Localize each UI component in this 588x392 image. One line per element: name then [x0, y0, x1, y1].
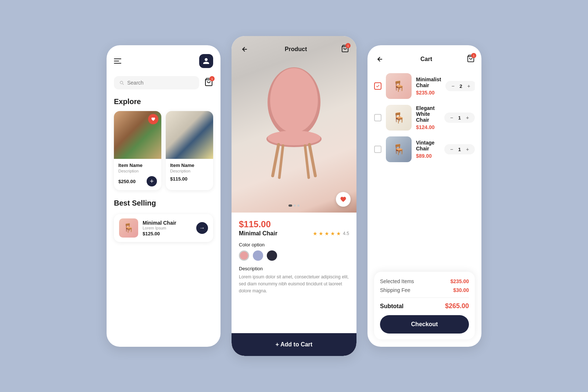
best-selling-sub: Lorem Ipsum [143, 226, 192, 230]
star-4: ★ [330, 231, 335, 236]
home-header [114, 54, 213, 68]
svg-line-8 [279, 146, 283, 178]
cart-item-name-3: Vintage Chair [416, 140, 440, 152]
product-info-1: Item Name Description $250.00 + [114, 159, 161, 190]
star-2: ★ [319, 231, 323, 236]
cart-summary: Selected Items $235.00 Shipping Fee $30.… [374, 272, 475, 339]
summary-divider [380, 297, 469, 298]
cart-item-details-2: Elegant White Chair $124.00 [416, 105, 440, 130]
best-selling-title: Best Selling [114, 199, 213, 207]
rating-number: 4.5 [343, 231, 349, 236]
product-image-2 [166, 111, 213, 159]
product-cart-button[interactable]: 1 [341, 44, 349, 54]
qty-decrease-3[interactable]: − [448, 146, 455, 153]
color-option-label: Color option [239, 242, 349, 247]
product-header: Product 1 [239, 43, 349, 55]
shipping-fee-value: $30.00 [453, 287, 469, 293]
cart-checkbox-2[interactable] [374, 114, 381, 121]
cart-item-3: 🪑 Vintage Chair $89.00 − 1 + [374, 136, 475, 162]
svg-point-5 [268, 131, 320, 145]
selected-items-value: $235.00 [450, 278, 469, 284]
product-desc-1: Description [118, 169, 157, 173]
cart-item-details-1: Minimalist Chair $235.00 [416, 76, 441, 96]
cart-item-image-3: 🪑 [386, 136, 412, 162]
stars-row: ★ ★ ★ ★ ★ 4.5 [313, 231, 349, 236]
menu-icon[interactable] [114, 58, 121, 64]
qty-increase-3[interactable]: + [464, 146, 471, 153]
star-5: ★ [336, 231, 341, 236]
subtotal-label: Subtotal [380, 303, 404, 310]
svg-line-6 [273, 145, 279, 176]
qty-decrease-1[interactable]: − [449, 82, 456, 90]
color-options [239, 250, 349, 261]
product-title-name: Minimal Chair [239, 230, 277, 237]
qty-control-1: − 2 + [445, 81, 475, 91]
cart-item-1: 🪑 Minimalist Chair $235.00 − 2 + [374, 73, 475, 99]
cart-back-button[interactable] [374, 53, 386, 65]
star-1: ★ [313, 231, 318, 236]
selected-items-row: Selected Items $235.00 [380, 278, 469, 284]
svg-point-3 [270, 68, 318, 133]
qty-increase-2[interactable]: + [464, 114, 471, 121]
cart-item-image-2: 🪑 [386, 105, 412, 131]
home-screen: 1 Explore Item Name Description $250.00 … [107, 45, 220, 347]
best-selling-name: Minimal Chair [143, 220, 192, 226]
add-button-1[interactable]: + [147, 176, 157, 186]
chair-illustration [254, 62, 334, 187]
favorite-button-1[interactable] [148, 114, 158, 124]
product-screen: Product 1 [232, 36, 356, 356]
product-favorite-button[interactable] [336, 192, 351, 207]
subtotal-row: Subtotal $265.00 [380, 302, 469, 310]
qty-control-2: − 1 + [444, 113, 475, 123]
svg-line-9 [305, 146, 309, 178]
checkout-label: Checkout [411, 321, 438, 327]
product-price-large: $115.00 [239, 219, 349, 229]
best-selling-price: $125.00 [143, 231, 192, 236]
product-page-title: Product [285, 46, 307, 53]
qty-number-1: 2 [459, 83, 462, 89]
shipping-fee-row: Shipping Fee $30.00 [380, 287, 469, 293]
product-hero-image: Product 1 [232, 36, 356, 213]
product-info-2: Item Name Description $115.00 [166, 159, 213, 185]
cart-header-cart-button[interactable]: 1 [467, 54, 475, 64]
shipping-fee-label: Shipping Fee [380, 287, 410, 293]
search-box[interactable] [114, 76, 199, 89]
product-desc-2: Description [170, 169, 209, 173]
description-label: Description [239, 266, 349, 271]
add-to-cart-button[interactable]: + Add to Cart [232, 333, 356, 356]
subtotal-value: $265.00 [445, 302, 469, 310]
product-image-1 [114, 111, 161, 159]
qty-increase-1[interactable]: + [465, 82, 473, 90]
cart-checkbox-1[interactable] [374, 82, 381, 90]
qty-number-3: 1 [458, 147, 461, 152]
color-dark[interactable] [267, 250, 277, 261]
cart-item-2: 🪑 Elegant White Chair $124.00 − 1 + [374, 105, 475, 131]
product-title-row: Minimal Chair ★ ★ ★ ★ ★ 4.5 [239, 230, 349, 237]
best-selling-item[interactable]: 🪑 Minimal Chair Lorem Ipsum $125.00 → [114, 214, 213, 242]
best-selling-arrow[interactable]: → [196, 222, 208, 234]
qty-control-3: − 1 + [444, 144, 475, 154]
search-input[interactable] [127, 80, 194, 86]
cart-item-price-1: $235.00 [416, 90, 441, 96]
color-pink[interactable] [239, 250, 249, 261]
cart-checkbox-3[interactable] [374, 146, 381, 153]
checkout-button[interactable]: Checkout [380, 315, 469, 334]
best-selling-info: Minimal Chair Lorem Ipsum $125.00 [143, 220, 192, 236]
cart-item-price-2: $124.00 [416, 124, 440, 130]
color-lavender[interactable] [253, 250, 263, 261]
product-card-1[interactable]: Item Name Description $250.00 + [114, 111, 161, 190]
product-price-row-1: $250.00 + [118, 176, 157, 186]
cart-button[interactable]: 1 [204, 78, 213, 88]
product-card-2[interactable]: Item Name Description $115.00 [166, 111, 213, 190]
user-avatar-button[interactable] [199, 54, 213, 68]
cart-item-image-1: 🪑 [386, 73, 412, 99]
cart-item-price-3: $89.00 [416, 153, 440, 159]
back-button[interactable] [239, 43, 251, 55]
cart-page-title: Cart [420, 56, 432, 63]
image-dots [288, 204, 300, 207]
qty-decrease-2[interactable]: − [448, 114, 455, 121]
star-3: ★ [325, 231, 329, 236]
best-selling-image: 🪑 [119, 218, 138, 238]
cart-item-name-2: Elegant White Chair [416, 105, 440, 123]
dot-1 [288, 204, 292, 207]
